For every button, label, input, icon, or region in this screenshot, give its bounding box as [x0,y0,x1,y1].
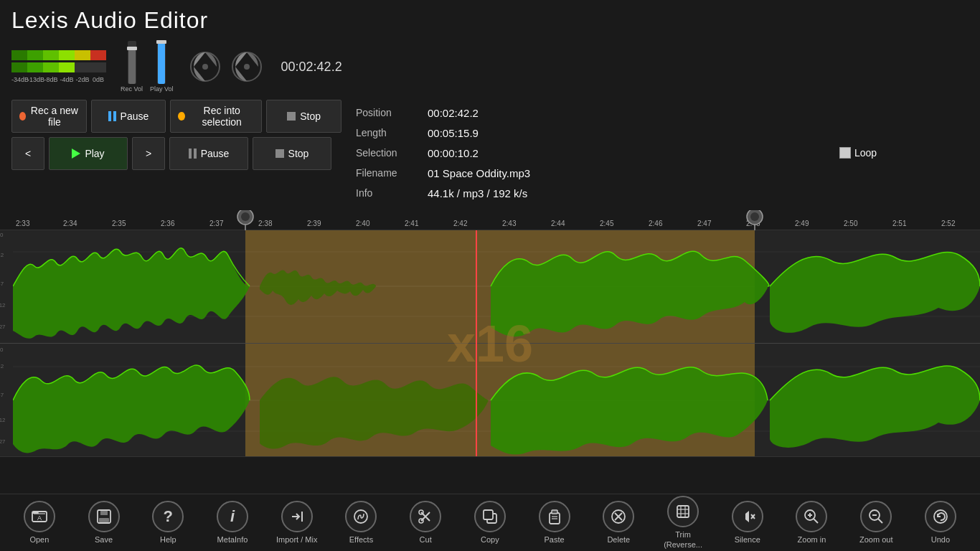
vu-label: -34dB [11,76,27,83]
bottom-toolbar: A Open Save ? Help i MetaInfo [0,494,980,551]
vu-seg [27,62,43,72]
waveform-container[interactable]: 2:33 2:34 2:35 2:36 2:37 2:38 2:39 2:40 … [0,210,980,458]
svg-point-5 [241,212,250,221]
import-mix-icon[interactable] [281,501,313,532]
right-marker[interactable] [747,210,763,230]
pause-bar-gray-2 [194,149,197,159]
open-icon[interactable]: A [24,501,55,532]
play-vol-track[interactable] [157,41,166,84]
copy-icon[interactable] [474,501,506,532]
toolbar-zoom-out[interactable]: Zoom out [851,501,901,545]
paste-icon[interactable] [539,501,570,532]
zoom-in-icon[interactable] [796,501,827,532]
loop-checkbox[interactable]: Loop [839,147,954,159]
delete-icon[interactable] [603,501,634,532]
svg-rect-21 [99,518,109,522]
play-vol-group: Play Vol [150,41,174,93]
trim-label: Trim (Reverse... [658,530,708,549]
toolbar-silence[interactable]: Silence [722,501,773,545]
meters-area: -34dB -13dB -8dB -4dB -2dB 0dB Rec Vol P… [0,38,980,95]
help-label: Help [160,535,176,545]
selection-label: Selection [356,147,428,159]
pause-play-icon [189,149,197,159]
toolbar-trim[interactable]: Trim (Reverse... [658,496,708,549]
controls-info: Rec a new file Pause Rec into selection … [0,95,980,210]
paste-svg [546,508,563,525]
vu-label: -13dB [27,76,43,83]
time-display: 00:02:42.2 [281,60,342,75]
waveform-top [13,230,980,343]
stop-play-icon [275,149,284,158]
toolbar-delete[interactable]: Delete [593,501,644,545]
effects-icon[interactable] [345,501,377,532]
play-vol-label: Play Vol [150,85,174,93]
zoom-in-label: Zoom in [798,535,826,545]
cut-icon[interactable] [410,501,441,532]
toolbar-paste[interactable]: Paste [529,501,580,545]
cut-svg [417,508,434,525]
zoom-out-icon[interactable] [860,501,892,532]
header: Lexis Audio Editor [0,0,980,38]
toolbar-import-mix[interactable]: Import / Mix [272,501,322,545]
selection-value: 00:00:10.2 [428,147,839,159]
toolbar-cut[interactable]: Cut [400,501,451,545]
next-button[interactable]: > [132,137,165,170]
delete-svg [610,508,627,525]
channel-divider [0,343,980,344]
toolbar-save[interactable]: Save [79,501,129,545]
open-label: Open [29,535,49,545]
undo-label: Undo [931,535,950,545]
fan-icons [188,50,264,84]
silence-label: Silence [735,535,760,545]
left-marker[interactable] [237,210,253,230]
length-value: 00:05:15.9 [428,127,839,139]
vu-labels: -34dB -13dB -8dB -4dB -2dB 0dB [11,76,106,83]
silence-icon[interactable] [732,501,763,532]
help-icon[interactable]: ? [152,501,184,532]
toolbar-metainfo[interactable]: i MetaInfo [207,501,258,545]
stop-play-button[interactable]: Stop [253,137,331,170]
rec-new-button[interactable]: Rec a new file [11,100,87,133]
paste-label: Paste [545,535,565,545]
filename-label: Filename [356,167,428,179]
save-icon[interactable] [88,501,120,532]
stop-rec-button[interactable]: Stop [266,100,341,133]
toolbar-help[interactable]: ? Help [143,501,193,545]
svg-rect-28 [552,510,557,514]
toolbar-open[interactable]: A Open [14,501,65,545]
toolbar-zoom-in[interactable]: Zoom in [786,501,837,545]
cut-label: Cut [420,535,432,545]
vu-seg [43,50,59,60]
waveform-canvas[interactable]: 0 -2 -7 -12 -27 0 -2 -7 -12 -27 x16 [0,230,980,456]
position-label: Position [356,107,428,118]
undo-svg [932,508,949,525]
vu-label: -8dB [43,76,59,83]
prev-button[interactable]: < [11,137,44,170]
loop-checkbox-box[interactable] [839,147,851,159]
loop-label: Loop [854,147,877,159]
play-button[interactable]: Play [49,137,128,170]
scrollbar-area[interactable] [0,456,980,458]
svg-rect-26 [484,510,493,519]
save-svg [95,508,113,525]
vu-seg [59,50,75,60]
pause-play-button[interactable]: Pause [169,137,248,170]
svg-rect-20 [100,510,108,515]
toolbar-undo[interactable]: Undo [915,501,966,545]
toolbar-effects[interactable]: Effects [336,501,386,545]
metainfo-icon[interactable]: i [217,501,248,532]
filename-value: 01 Space Oddity.mp3 [428,167,954,179]
toolbar-copy[interactable]: Copy [465,501,515,545]
undo-icon[interactable] [925,501,956,532]
vu-bar-bottom [11,62,106,72]
vu-seg [43,62,59,72]
rec-into-selection-button[interactable]: Rec into selection [170,100,262,133]
vu-seg [59,62,75,72]
pause-rec-button[interactable]: Pause [91,100,166,133]
rec-vol-track[interactable] [128,41,136,84]
info-panel: Position 00:02:42.2 Length 00:05:15.9 Se… [341,100,969,206]
import-mix-label: Import / Mix [276,535,317,545]
copy-svg [481,508,499,525]
copy-label: Copy [481,535,499,545]
trim-icon[interactable] [667,496,699,527]
